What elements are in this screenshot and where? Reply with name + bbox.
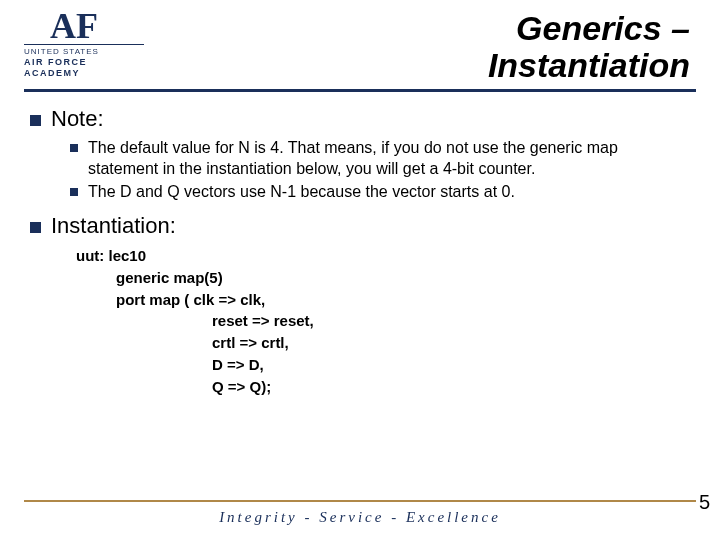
code-line: reset => reset,: [76, 310, 690, 332]
note-sublist: The default value for N is 4. That means…: [30, 138, 690, 203]
logo-line2: AIR FORCE: [24, 57, 144, 68]
logo-monogram: AF: [50, 10, 98, 42]
list-item: The D and Q vectors use N-1 because the …: [70, 182, 690, 203]
square-bullet-icon: [30, 222, 41, 233]
logo-line3: ACADEMY: [24, 68, 144, 79]
logo-line1: UNITED STATES: [24, 47, 144, 57]
code-block: uut: lec10 generic map(5) port map ( clk…: [30, 245, 690, 397]
slide-title: Generics – Instantiation: [144, 10, 696, 85]
code-line: port map ( clk => clk,: [76, 289, 690, 311]
code-line: D => D,: [76, 354, 690, 376]
square-bullet-icon: [30, 115, 41, 126]
instantiation-heading: Instantiation:: [51, 213, 176, 239]
note-item-2: The D and Q vectors use N-1 because the …: [88, 182, 515, 203]
footer-divider: [24, 500, 696, 502]
usafa-logo: AF UNITED STATES AIR FORCE ACADEMY: [24, 10, 144, 79]
note-item-1: The default value for N is 4. That means…: [88, 138, 690, 180]
list-item: The default value for N is 4. That means…: [70, 138, 690, 180]
square-bullet-small-icon: [70, 188, 78, 196]
footer-motto: Integrity - Service - Excellence: [0, 509, 720, 526]
slide-header: AF UNITED STATES AIR FORCE ACADEMY Gener…: [0, 0, 720, 85]
code-line: uut: lec10: [76, 245, 690, 267]
square-bullet-small-icon: [70, 144, 78, 152]
slide-content: Note: The default value for N is 4. That…: [0, 92, 720, 398]
instantiation-heading-row: Instantiation:: [30, 213, 690, 239]
code-line: Q => Q);: [76, 376, 690, 398]
logo-subtitle: UNITED STATES AIR FORCE ACADEMY: [24, 44, 144, 78]
page-number: 5: [699, 491, 710, 514]
note-heading-row: Note:: [30, 106, 690, 132]
title-line2: Instantiation: [144, 47, 690, 84]
code-line: crtl => crtl,: [76, 332, 690, 354]
note-heading: Note:: [51, 106, 104, 132]
code-line: generic map(5): [76, 267, 690, 289]
title-line1: Generics –: [144, 10, 690, 47]
